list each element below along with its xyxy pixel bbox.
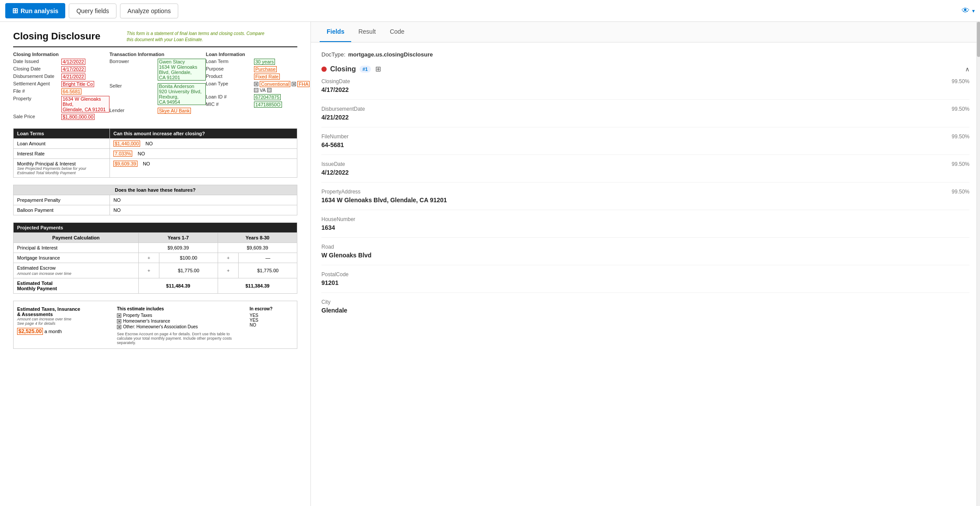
field-label-1: DisbursementDate — [321, 106, 365, 112]
field-row-3: IssueDate99.50%4/12/2022 — [321, 161, 969, 183]
info-borrower: Borrower Gwen Stacy1634 W Glenoaks Blvd,… — [109, 59, 206, 81]
field-row-0: ClosingDate99.50%4/17/2022 — [321, 78, 969, 100]
toolbar-right: 👁 ▾ — [962, 6, 975, 15]
interest-rate-row: Interest Rate 7.033% NO — [14, 149, 297, 159]
monthly-payment-row: Monthly Principal & Interest See Project… — [14, 159, 297, 178]
doctype-label: DocType: — [321, 51, 345, 58]
field-label-4: PropertyAddress — [321, 189, 360, 195]
tab-fields[interactable]: Fields — [320, 22, 351, 42]
years-1-7-header: Years 1-7 — [138, 233, 218, 243]
eye-icon[interactable]: 👁 — [962, 6, 969, 15]
field-value-1: 4/21/2022 — [321, 114, 969, 121]
doc-subtitle: This form is a statement of final loan t… — [127, 31, 267, 43]
section-badge: #1 — [360, 66, 371, 73]
field-label-0: ClosingDate — [321, 78, 350, 84]
field-confidence-0: 99.50% — [952, 78, 969, 84]
loan-terms-table: Loan Terms Can this amount increase afte… — [13, 128, 297, 178]
projected-payments-table: Projected Payments Payment Calculation Y… — [13, 222, 297, 294]
field-label-2: FileNumber — [321, 134, 349, 140]
fields-panel: Fields Result Code DocType: mortgage.us.… — [311, 22, 980, 506]
field-value-5: 1634 — [321, 224, 969, 231]
field-value-3: 4/12/2022 — [321, 169, 969, 176]
info-sale-price: Sale Price $1,800,000.00 — [13, 114, 109, 120]
field-row-6: RoadW Glenoaks Blvd — [321, 244, 969, 265]
closing-info-title: Closing Information — [13, 52, 109, 57]
collapse-icon[interactable]: ∧ — [965, 66, 969, 73]
doctype-value: mortgage.us.closingDisclosure — [348, 51, 433, 58]
taxes-right: In escrow? YES YES NO — [250, 306, 293, 345]
query-fields-button[interactable]: Query fields — [69, 4, 116, 18]
chart-icon: ⊞ — [12, 7, 18, 15]
section-title: Closing — [330, 65, 356, 73]
field-value-2: 64-5681 — [321, 141, 969, 148]
taxes-row: Estimated Taxes, Insurance& Assessments … — [17, 306, 293, 345]
field-label-5: HouseNumber — [321, 216, 355, 222]
field-value-7: 91201 — [321, 279, 969, 286]
info-loan-id: Loan ID # 672047875 — [206, 94, 307, 100]
transaction-info-title: Transaction Information — [109, 52, 206, 57]
info-loan-type: Loan Type ✕ Conventional ✕ FHA □ VA □ — [206, 81, 307, 93]
field-value-4: 1634 W Glenoaks Blvd, Glendale, CA 91201 — [321, 197, 969, 204]
info-settlement-agent: Settlement Agent Bright Title Co — [13, 81, 109, 87]
scrollbar-thumb[interactable] — [977, 22, 980, 57]
field-row-2: FileNumber99.50%64-5681 — [321, 134, 969, 155]
field-confidence-1: 99.50% — [952, 106, 969, 112]
payment-calc-header: Payment Calculation — [14, 233, 139, 243]
field-value-6: W Glenoaks Blvd — [321, 252, 969, 259]
fields-container: ClosingDate99.50%4/17/2022DisbursementDa… — [321, 78, 969, 320]
info-property: Property 1634 W Glenoaks Blvd,Glendale, … — [13, 96, 109, 112]
field-value-0: 4/17/2022 — [321, 86, 969, 93]
tab-result[interactable]: Result — [351, 22, 383, 42]
closing-info-col: Closing Information Date Issued 4/12/202… — [13, 52, 109, 121]
section-header: Closing #1 ⊞ ∧ — [321, 65, 969, 73]
field-row-4: PropertyAddress99.50%1634 W Glenoaks Blv… — [321, 189, 969, 210]
info-loan-term: Loan Term 30 years — [206, 59, 307, 65]
field-label-8: City — [321, 299, 331, 305]
loan-terms-header: Loan Terms — [14, 129, 110, 139]
doctype-row: DocType: mortgage.us.closingDisclosure — [321, 51, 969, 58]
chevron-down-icon[interactable]: ▾ — [972, 8, 975, 14]
main-layout: Closing Disclosure This form is a statem… — [0, 22, 980, 506]
taxes-section: Estimated Taxes, Insurance& Assessments … — [13, 301, 297, 349]
info-product: Product Fixed Rate — [206, 74, 307, 80]
taxes-middle: This estimate includes ✕ Property Taxes … — [117, 306, 246, 345]
field-confidence-4: 99.50% — [952, 189, 969, 195]
taxes-left: Estimated Taxes, Insurance& Assessments … — [17, 306, 113, 345]
estimated-escrow-row: Estimated EscrowAmount can increase over… — [14, 263, 297, 278]
info-lender: Lender Skye AU Bank — [109, 108, 206, 114]
field-confidence-3: 99.50% — [952, 161, 969, 167]
panel-tabs: Fields Result Code — [311, 22, 980, 42]
panel-content: DocType: mortgage.us.closingDisclosure C… — [311, 42, 980, 506]
grid-icon[interactable]: ⊞ — [375, 65, 381, 73]
info-seller: Seller Bonita Anderson920 University Blv… — [109, 83, 206, 105]
info-date-issued: Date Issued 4/12/2022 — [13, 59, 109, 65]
info-closing-date: Closing Date 4/17/2022 — [13, 66, 109, 72]
balloon-payment-row: Balloon Payment NO — [14, 205, 297, 215]
section-dot — [321, 67, 327, 72]
field-label-3: IssueDate — [321, 161, 345, 167]
field-value-8: Glendale — [321, 307, 969, 314]
field-label-6: Road — [321, 244, 334, 250]
field-row-7: PostalCode91201 — [321, 271, 969, 293]
tab-code[interactable]: Code — [383, 22, 411, 42]
field-row-5: HouseNumber1634 — [321, 216, 969, 238]
mortgage-insurance-row: Mortgage Insurance + $100.00 + — — [14, 253, 297, 263]
loan-amount-row: Loan Amount $1,440,000 NO — [14, 139, 297, 149]
field-label-7: PostalCode — [321, 271, 349, 278]
info-disbursement-date: Disbursement Date 4/21/2022 — [13, 74, 109, 80]
info-grid: Closing Information Date Issued 4/12/202… — [13, 52, 297, 121]
info-file-number: File # 64-5681 — [13, 88, 109, 95]
scrollbar-track[interactable] — [976, 22, 980, 506]
estimated-total-row: Estimated TotalMonthly Payment $11,484.3… — [14, 278, 297, 294]
loan-terms-col2-header: Can this amount increase after closing? — [110, 129, 297, 139]
analyze-options-button[interactable]: Analyze options — [120, 4, 178, 18]
prepayment-penalty-row: Prepayment Penalty NO — [14, 195, 297, 205]
run-analysis-button[interactable]: ⊞ Run analysis — [5, 3, 65, 18]
loan-info-col: Loan Information Loan Term 30 years Purp… — [206, 52, 307, 121]
info-mic: MIC # 14718850O — [206, 102, 307, 108]
features-table: Does the loan have these features? Prepa… — [13, 185, 297, 215]
years-8-30-header: Years 8-30 — [218, 233, 297, 243]
document-title: Closing Disclosure — [13, 31, 100, 42]
toolbar: ⊞ Run analysis Query fields Analyze opti… — [0, 0, 980, 22]
document-panel: Closing Disclosure This form is a statem… — [0, 22, 311, 506]
